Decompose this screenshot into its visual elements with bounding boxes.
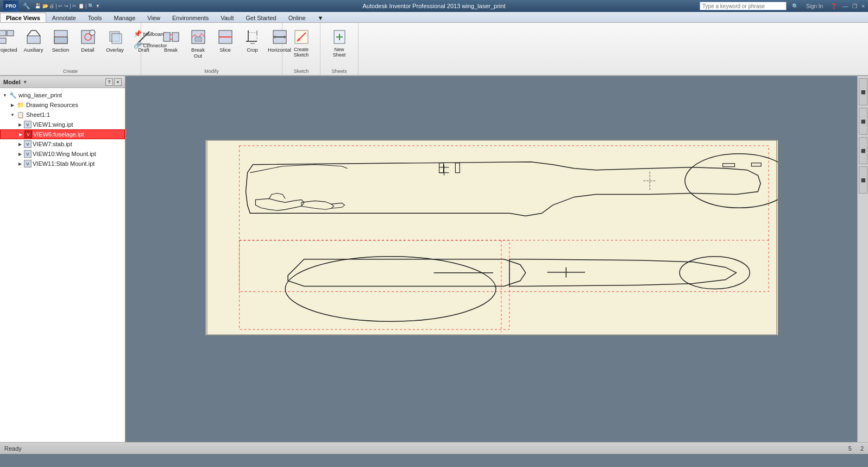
crop-icon xyxy=(244,28,261,46)
svg-rect-3 xyxy=(7,30,14,36)
signin-link[interactable]: Sign In xyxy=(806,3,823,9)
break-icon xyxy=(162,28,180,46)
minimize-btn[interactable]: — xyxy=(842,3,848,9)
create-sketch-label: CreateSketch xyxy=(294,47,309,58)
tree-toggle-root[interactable]: ▼ xyxy=(1,91,9,99)
svg-rect-11 xyxy=(54,37,67,43)
model-tree: ▼ 🔧 wing_laser_print ▶ 📁 Drawing Resourc… xyxy=(0,88,125,442)
panel-help-btn[interactable]: ? xyxy=(105,78,113,86)
title-bar-left: PRO 🔧 💾 📂 🖨 | ↩ ↪ | ✂ 📋 | 🔍 ▼ xyxy=(3,1,100,11)
panel-close-btn[interactable]: × xyxy=(114,78,122,86)
btn-new-sheet[interactable]: NewSheet xyxy=(323,26,356,64)
tree-toggle-view1[interactable]: ▶ xyxy=(16,121,24,128)
right-panel-btn-2[interactable]: ⬛ xyxy=(859,108,867,135)
ribbon-tabs: Place Views Annotate Tools Manage View E… xyxy=(0,12,868,23)
tree-icon-view7: V xyxy=(24,140,32,148)
svg-rect-4 xyxy=(0,38,6,43)
status-right: 5 2 xyxy=(848,445,864,452)
tab-tools[interactable]: Tools xyxy=(82,13,108,22)
right-panel-btn-3[interactable]: ⬛ xyxy=(859,137,867,164)
tree-label-root: wing_laser_print xyxy=(18,92,62,98)
tree-label-view11: VIEW11:Stab Mount.ipt xyxy=(33,160,95,167)
tab-online[interactable]: Online xyxy=(282,13,312,22)
tree-icon-view1: V xyxy=(24,121,32,128)
tab-annotate[interactable]: Annotate xyxy=(46,13,82,22)
tree-icon-root: 🔧 xyxy=(9,91,17,99)
new-sheet-label: NewSheet xyxy=(333,47,346,58)
tab-manage[interactable]: Manage xyxy=(108,13,142,22)
tree-icon-drawing-resources: 📁 xyxy=(16,101,25,109)
main-area: Model ▼ ? × ▼ 🔧 wing_laser_print ▶ 📁 Dra… xyxy=(0,76,868,442)
zoom-level: 2 xyxy=(860,445,864,452)
panel-header: Model ▼ ? × xyxy=(0,76,125,88)
tree-item-view1[interactable]: ▶ V VIEW1:wing.ipt xyxy=(0,120,125,129)
tree-icon-sheet1: 📋 xyxy=(16,110,25,119)
tab-more[interactable]: ▼ xyxy=(312,13,330,22)
tree-toggle-view6[interactable]: ▶ xyxy=(17,130,24,138)
svg-rect-45 xyxy=(206,140,776,335)
svg-rect-32 xyxy=(248,33,257,41)
close-btn[interactable]: × xyxy=(861,3,865,9)
tree-item-view11[interactable]: ▶ V VIEW11:Stab Mount.ipt xyxy=(0,159,125,169)
btn-auxiliary[interactable]: Auxiliary xyxy=(21,26,47,64)
auxiliary-label: Auxiliary xyxy=(24,47,43,53)
tree-item-sheet1[interactable]: ▼ 📋 Sheet1:1 xyxy=(0,110,125,120)
right-panel-btn-1[interactable]: ⬛ xyxy=(859,78,867,105)
svg-rect-21 xyxy=(172,33,179,41)
tree-toggle-view10[interactable]: ▶ xyxy=(16,150,24,158)
btn-section[interactable]: Section xyxy=(48,26,74,64)
right-panel-btn-4[interactable]: ⬛ xyxy=(859,166,867,194)
btn-projected[interactable]: Projected xyxy=(0,26,20,64)
drawing-sheet[interactable] xyxy=(205,140,778,335)
tree-item-root[interactable]: ▼ 🔧 wing_laser_print xyxy=(0,90,125,100)
btn-slice[interactable]: Slice xyxy=(212,26,238,64)
new-sheet-icon xyxy=(331,28,348,46)
panel-header-buttons: ? × xyxy=(105,78,122,86)
window-title: Autodesk Inventor Professional 2013 wing… xyxy=(363,3,506,9)
break-out-label: Break Out xyxy=(187,47,210,59)
tree-label-drawing-resources: Drawing Resources xyxy=(26,102,78,108)
ribbon-group-sketch: CreateSketch Sketch xyxy=(282,23,320,75)
tree-item-drawing-resources[interactable]: ▶ 📁 Drawing Resources xyxy=(0,100,125,110)
tree-label-sheet1: Sheet1:1 xyxy=(26,111,50,118)
tree-toggle-view11[interactable]: ▶ xyxy=(16,160,24,167)
detail-icon xyxy=(79,28,97,46)
tree-toggle-view7[interactable]: ▶ xyxy=(16,140,24,148)
btn-break[interactable]: Break xyxy=(158,26,184,64)
panel-dropdown-icon[interactable]: ▼ xyxy=(23,79,28,85)
tab-view[interactable]: View xyxy=(141,13,166,22)
section-icon xyxy=(52,28,70,46)
tree-item-view6[interactable]: ▶ V VIEW6:fuselage.ipt xyxy=(0,129,125,139)
ribbon-group-create: Base Projected Auxiliary Section xyxy=(0,23,141,75)
ribbon-group-sheets: NewSheet Sheets xyxy=(320,23,358,75)
status-bar: Ready 5 2 xyxy=(0,442,868,454)
tree-item-view10[interactable]: ▶ V VIEW10:Wing Mount.ipt xyxy=(0,149,125,159)
btn-crop[interactable]: Crop xyxy=(240,26,266,64)
btn-draft[interactable]: Draft xyxy=(131,26,157,64)
canvas-area[interactable] xyxy=(126,76,857,442)
tree-label-view7: VIEW7:stab.ipt xyxy=(33,141,72,147)
tree-item-view7[interactable]: ▶ V VIEW7:stab.ipt xyxy=(0,139,125,149)
tab-vault[interactable]: Vault xyxy=(215,13,240,22)
btn-create-sketch[interactable]: CreateSketch xyxy=(285,26,318,64)
tree-toggle-drawing-resources[interactable]: ▶ xyxy=(9,101,16,109)
search-icon[interactable]: 🔍 xyxy=(792,3,798,9)
btn-break-out[interactable]: Break Out xyxy=(185,26,211,64)
tab-environments[interactable]: Environments xyxy=(166,13,215,22)
status-text: Ready xyxy=(4,445,22,452)
btn-overlay[interactable]: Overlay xyxy=(102,26,128,64)
restore-btn[interactable]: ❐ xyxy=(852,3,857,9)
break-label: Break xyxy=(164,47,178,53)
tree-toggle-sheet1[interactable]: ▼ xyxy=(9,111,16,119)
search-input[interactable] xyxy=(700,2,787,10)
slice-icon xyxy=(217,28,234,46)
help-icon[interactable]: ❓ xyxy=(831,3,837,9)
tab-get-started[interactable]: Get Started xyxy=(240,13,282,22)
tab-place-views[interactable]: Place Views xyxy=(0,13,46,22)
svg-point-14 xyxy=(90,30,95,35)
tree-label-view10: VIEW10:Wing Mount.ipt xyxy=(33,151,96,157)
crop-label: Crop xyxy=(247,47,258,53)
btn-detail[interactable]: Detail xyxy=(75,26,101,64)
tree-label-view6: VIEW6:fuselage.ipt xyxy=(33,131,84,138)
panel-title: Model xyxy=(3,79,21,85)
